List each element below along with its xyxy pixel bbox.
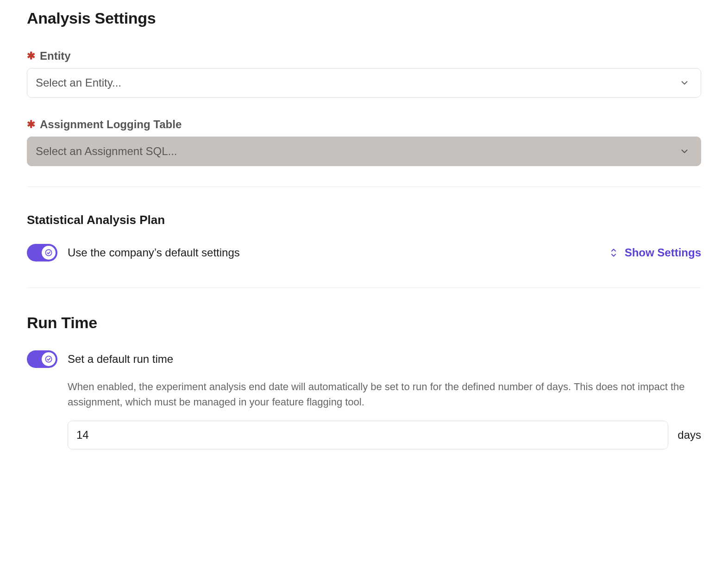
runtime-toggle-label: Set a default run time bbox=[68, 353, 173, 366]
divider bbox=[27, 187, 701, 187]
analysis-settings-title: Analysis Settings bbox=[27, 9, 701, 27]
required-icon: ✱ bbox=[27, 51, 35, 61]
check-icon bbox=[45, 249, 52, 256]
divider bbox=[27, 287, 701, 288]
toggle-knob bbox=[42, 246, 56, 260]
show-settings-label: Show Settings bbox=[625, 246, 701, 259]
plan-row: Use the company’s default settings Show … bbox=[27, 244, 701, 261]
entity-label: ✱ Entity bbox=[27, 50, 701, 62]
entity-select-placeholder: Select an Entity... bbox=[36, 76, 121, 89]
runtime-unit-label: days bbox=[678, 429, 701, 442]
entity-select[interactable]: Select an Entity... bbox=[27, 68, 701, 98]
show-settings-button[interactable]: Show Settings bbox=[609, 246, 701, 260]
runtime-description: When enabled, the experiment analysis en… bbox=[68, 379, 701, 410]
svg-point-1 bbox=[45, 356, 51, 362]
runtime-days-input[interactable] bbox=[68, 421, 668, 449]
assignment-label-text: Assignment Logging Table bbox=[40, 118, 182, 131]
toggle-knob bbox=[42, 352, 56, 366]
chevron-down-icon bbox=[679, 146, 690, 156]
entity-label-text: Entity bbox=[40, 50, 71, 62]
check-icon bbox=[45, 355, 52, 363]
assignment-field: ✱ Assignment Logging Table Select an Ass… bbox=[27, 118, 701, 166]
plan-title: Statistical Analysis Plan bbox=[27, 213, 701, 227]
svg-point-0 bbox=[45, 249, 51, 255]
assignment-select[interactable]: Select an Assignment SQL... bbox=[27, 137, 701, 166]
assignment-label: ✱ Assignment Logging Table bbox=[27, 118, 701, 131]
runtime-toggle-row: Set a default run time bbox=[27, 350, 701, 368]
chevron-down-icon bbox=[679, 78, 690, 88]
plan-toggle-row: Use the company’s default settings bbox=[27, 244, 240, 261]
plan-toggle[interactable] bbox=[27, 244, 57, 261]
expand-icon bbox=[609, 246, 618, 260]
required-icon: ✱ bbox=[27, 119, 35, 130]
assignment-select-placeholder: Select an Assignment SQL... bbox=[36, 145, 177, 158]
runtime-title: Run Time bbox=[27, 314, 701, 332]
runtime-input-row: days bbox=[68, 421, 701, 449]
runtime-toggle[interactable] bbox=[27, 350, 57, 368]
plan-toggle-label: Use the company’s default settings bbox=[68, 246, 240, 259]
entity-field: ✱ Entity Select an Entity... bbox=[27, 50, 701, 98]
